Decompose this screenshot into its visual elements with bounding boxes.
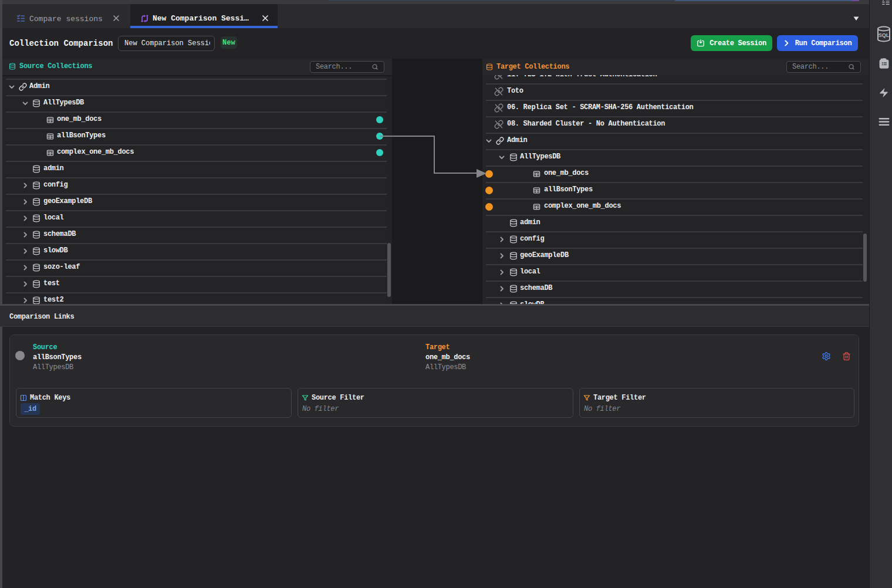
svg-text:SQL: SQL	[879, 32, 890, 38]
